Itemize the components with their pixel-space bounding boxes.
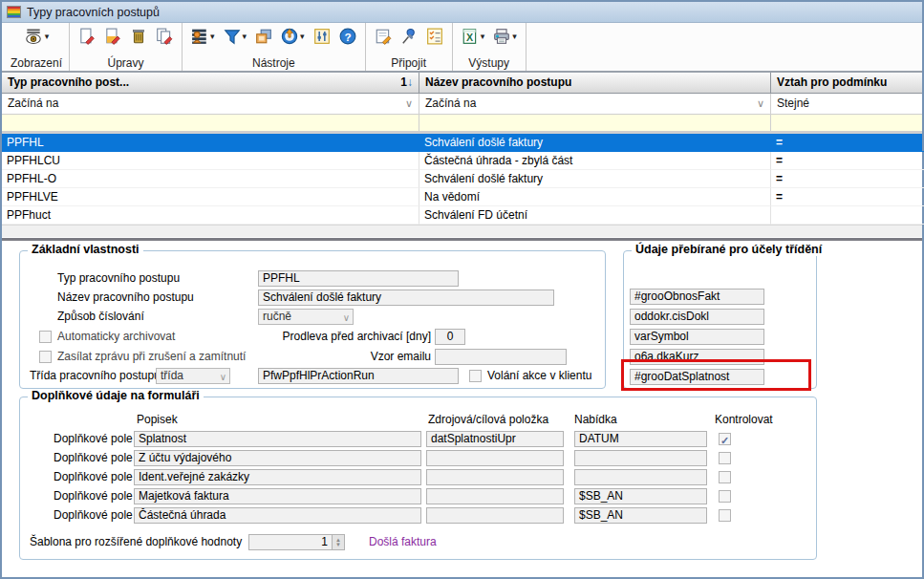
trideni-field-3[interactable]: varSymbol: [630, 329, 764, 345]
zdroj-field[interactable]: [426, 450, 564, 466]
related-records-icon: [191, 28, 208, 45]
vzor-emailu-field[interactable]: [435, 349, 567, 365]
table-row[interactable]: PPFHLCU Částečná úhrada - zbylá část =: [2, 152, 922, 170]
cell-vztah[interactable]: =: [771, 188, 924, 206]
table-row[interactable]: PPFHL Schválení došlé faktury =: [2, 134, 922, 152]
trideni-field-1[interactable]: #grooObnosFakt: [630, 289, 764, 305]
cell-typ[interactable]: PPFHL-O: [2, 170, 419, 188]
new-row-cell[interactable]: [2, 115, 419, 131]
zasilat-zpravu-label: Zasílat zprávu při zrušení a zamítnutí: [57, 349, 246, 365]
filter-vztah-dropdown[interactable]: Stejné: [771, 94, 924, 114]
new-record-button[interactable]: [76, 26, 97, 47]
cislovani-select[interactable]: ručně∨: [258, 309, 354, 325]
toolbar-group-zobrazeni: ▾ Zobrazení: [4, 23, 70, 71]
zasilat-zpravu-checkbox[interactable]: [39, 351, 52, 363]
dropdown-caret-icon: ▾: [300, 32, 305, 40]
related-records-button[interactable]: ▾: [189, 26, 217, 47]
column-header-nazev[interactable]: Název pracovního postupu: [419, 73, 771, 93]
cell-nazev[interactable]: Schválení došlé faktury: [419, 134, 771, 152]
prodleva-field[interactable]: 0: [435, 329, 465, 345]
cell-vztah[interactable]: =: [771, 134, 924, 152]
zdroj-field[interactable]: [426, 488, 564, 504]
new-row-cell[interactable]: [419, 115, 771, 131]
typ-field[interactable]: PPFHL: [258, 270, 459, 287]
zdroj-field[interactable]: [426, 507, 564, 524]
popisek-field[interactable]: Ident.veřejné zakázky: [134, 469, 421, 485]
spinner-buttons-icon[interactable]: ▲▼: [333, 534, 345, 550]
cell-typ[interactable]: PPFHLVE: [2, 188, 419, 206]
popisek-field[interactable]: Majetková faktura: [134, 488, 421, 504]
print-button[interactable]: ▾: [491, 26, 519, 47]
attach-list-button[interactable]: [424, 26, 445, 47]
table-row[interactable]: PPFhuct Schválení FD účetní: [2, 206, 922, 225]
kontrolovat-checkbox[interactable]: [719, 490, 731, 503]
table-row[interactable]: PPFHLVE Na vědomí =: [2, 188, 922, 206]
nabidka-field[interactable]: [574, 469, 707, 485]
svg-text:X: X: [466, 32, 474, 43]
archivovat-checkbox[interactable]: [39, 331, 52, 343]
copy-record-button[interactable]: [154, 26, 175, 47]
volani-akce-checkbox[interactable]: [469, 370, 482, 382]
grid-new-row[interactable]: [2, 115, 922, 134]
cell-nazev[interactable]: Na vědomí: [419, 188, 771, 206]
column-header-vztah[interactable]: Vztah pro podmínku: [771, 73, 924, 93]
kontrolovat-checkbox[interactable]: [719, 452, 731, 464]
cell-nazev[interactable]: Schválení FD účetní: [419, 206, 771, 225]
filter-nazev-dropdown[interactable]: Začíná na∨: [419, 94, 771, 114]
action-class-field[interactable]: PfwPpfHlPrActionRun: [258, 368, 459, 384]
trida-select[interactable]: třída∨: [156, 368, 230, 384]
prodleva-label: Prodleva před archivací [dny]: [240, 329, 431, 345]
filter-typ-dropdown[interactable]: Začíná na∨: [2, 94, 419, 114]
kontrolovat-checkbox[interactable]: [719, 471, 731, 483]
sablona-spinner[interactable]: 1 ▲▼: [248, 534, 345, 550]
nabidka-field[interactable]: $SB_AN: [574, 488, 707, 504]
nazev-field[interactable]: Schválení došlé faktury: [258, 290, 554, 306]
filter-button[interactable]: ▾: [222, 26, 249, 47]
kontrolovat-checkbox[interactable]: [719, 509, 731, 522]
trideni-field-2[interactable]: oddokr.cisDokl: [630, 309, 764, 325]
merge-button[interactable]: [253, 26, 274, 47]
app-logo-icon: [7, 6, 21, 18]
pin-button[interactable]: [398, 26, 419, 47]
groupbox-title: Doplňkové údaje na formuláři: [28, 389, 204, 402]
nabidka-field[interactable]: [574, 450, 707, 466]
sablona-value[interactable]: 1: [248, 534, 333, 550]
nabidka-field[interactable]: DATUM: [574, 431, 707, 447]
nabidka-field[interactable]: $SB_AN: [574, 507, 707, 524]
attach-note-button[interactable]: [373, 26, 394, 47]
popisek-field[interactable]: Částečná úhrada: [134, 507, 421, 524]
kontrolovat-checkbox[interactable]: [719, 433, 731, 445]
groupbox-title: Základní vlastnosti: [28, 243, 143, 256]
cell-typ[interactable]: PPFHL: [2, 134, 419, 152]
column-header-typ[interactable]: Typ pracovního post... 1↓: [2, 73, 419, 93]
edit-record-button[interactable]: [102, 26, 123, 47]
history-button[interactable]: ▾: [279, 26, 307, 47]
new-row-cell[interactable]: [771, 115, 924, 131]
archivovat-label: Automaticky archivovat: [57, 329, 175, 345]
zdroj-field[interactable]: [426, 469, 564, 485]
cell-vztah[interactable]: [771, 206, 924, 225]
help-button[interactable]: ?: [337, 26, 358, 47]
toolbar-group-label: Připojit: [373, 55, 445, 70]
print-icon: [493, 28, 510, 45]
cell-vztah[interactable]: =: [771, 170, 924, 188]
groupbox-title: Údaje přebírané pro účely třídění: [632, 243, 826, 256]
excel-export-button[interactable]: X ▾: [460, 26, 487, 47]
sort-arrow-icon: ↓: [407, 75, 413, 89]
cell-nazev[interactable]: Částečná úhrada - zbylá část: [419, 152, 771, 170]
popisek-field[interactable]: Z účtu výdajového: [134, 450, 421, 466]
sablona-link[interactable]: Došlá faktura: [369, 534, 437, 550]
zdroj-field[interactable]: datSplatnostiUpr: [426, 431, 564, 447]
table-row[interactable]: PPFHL-O Schválení došlé faktury =: [2, 170, 922, 188]
cell-typ[interactable]: PPFhuct: [2, 206, 419, 225]
view-button[interactable]: ▾: [22, 26, 52, 47]
cell-vztah[interactable]: =: [771, 152, 924, 170]
cell-typ[interactable]: PPFHLCU: [2, 152, 419, 170]
delete-record-button[interactable]: [128, 26, 149, 47]
cell-nazev[interactable]: Schválení došlé faktury: [419, 170, 771, 188]
chevron-down-icon: ∨: [220, 370, 226, 384]
popisek-field[interactable]: Splatnost: [134, 431, 421, 447]
copy-record-icon: [156, 28, 173, 45]
titlebar: Typy pracovních postupů: [2, 2, 922, 23]
parameters-button[interactable]: [312, 26, 333, 47]
